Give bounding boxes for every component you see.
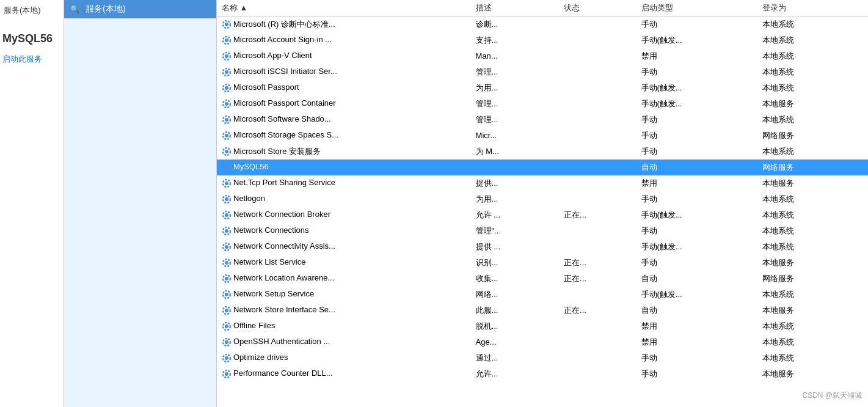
service-login-cell: 网络服务 xyxy=(757,160,868,175)
service-login-cell: 网络服务 xyxy=(757,128,868,144)
table-row[interactable]: Microsoft Storage Spaces S...Micr...手动网络… xyxy=(217,128,868,144)
middle-header-label: 服务(本地) xyxy=(86,4,125,15)
service-desc-cell: 通过... xyxy=(471,350,560,366)
service-name-cell: Microsoft (R) 诊断中心标准... xyxy=(217,16,471,32)
col-header-name[interactable]: 名称 ▲ xyxy=(217,0,471,16)
gear-icon xyxy=(222,194,232,203)
service-startup-cell: 自动 xyxy=(636,302,758,318)
col-header-login[interactable]: 登录为 xyxy=(757,0,868,16)
service-startup-cell: 手动(触发... xyxy=(636,207,758,223)
table-row[interactable]: Microsoft Account Sign-in ...支持...手动(触发.… xyxy=(217,32,868,48)
service-desc-cell: 为 M... xyxy=(471,144,560,160)
sidebar-title: 服务(本地) xyxy=(2,2,61,18)
service-desc-cell: 管理... xyxy=(471,96,560,112)
gear-icon xyxy=(222,273,232,282)
gear-icon xyxy=(222,321,232,330)
svg-point-37 xyxy=(225,309,228,312)
table-row[interactable]: Offline Files脱机...禁用本地系统 xyxy=(217,318,868,334)
table-row[interactable]: Optimize drives通过...手动本地系统 xyxy=(217,350,868,366)
service-status-cell xyxy=(559,318,636,334)
service-status-cell: 正在... xyxy=(559,207,636,223)
table-container[interactable]: 名称 ▲ 描述 状态 启动类型 登录为 Microsoft (R) 诊断中心标准… xyxy=(217,0,868,407)
service-login-cell: 本地系统 xyxy=(757,80,868,96)
service-login-cell: 本地系统 xyxy=(757,239,868,255)
service-desc-cell xyxy=(471,160,560,175)
gear-icon xyxy=(222,241,232,251)
start-service-link[interactable]: 启动此服务 xyxy=(2,53,61,66)
service-status-cell xyxy=(559,191,636,207)
sidebar: 服务(本地) MySQL56 启动此服务 xyxy=(0,0,64,407)
svg-point-29 xyxy=(225,245,228,249)
service-name-cell: Microsoft iSCSI Initiator Ser... xyxy=(217,64,471,80)
service-desc-cell: 网络... xyxy=(471,287,560,302)
table-row[interactable]: Net.Tcp Port Sharing Service提供...禁用本地服务 xyxy=(217,175,868,191)
table-row[interactable]: Performance Counter DLL...允许...手动本地服务 xyxy=(217,366,868,382)
svg-point-35 xyxy=(225,293,228,296)
service-startup-cell: 禁用 xyxy=(636,175,758,191)
col-header-status[interactable]: 状态 xyxy=(559,0,636,16)
table-row[interactable]: Network Store Interface Se...此服...正在...自… xyxy=(217,302,868,318)
service-desc-cell: 管理... xyxy=(471,64,560,80)
service-login-cell: 本地系统 xyxy=(757,112,868,128)
table-row[interactable]: Microsoft Passport Container管理...手动(触发..… xyxy=(217,96,868,112)
service-desc-cell: 提供... xyxy=(471,175,560,191)
svg-point-25 xyxy=(225,213,228,217)
svg-point-7 xyxy=(225,70,228,74)
service-name-cell: Microsoft Storage Spaces S... xyxy=(217,128,471,144)
service-startup-cell: 自动 xyxy=(636,160,758,175)
service-desc-cell: 识别... xyxy=(471,255,560,271)
service-startup-cell: 手动(触发... xyxy=(636,239,758,255)
svg-point-45 xyxy=(225,372,228,376)
svg-point-21 xyxy=(225,182,228,185)
service-desc-cell: Micr... xyxy=(471,128,560,144)
table-row[interactable]: Microsoft Passport为用...手动(触发...本地系统 xyxy=(217,80,868,96)
table-row[interactable]: Network Setup Service网络...手动(触发...本地系统 xyxy=(217,287,868,302)
table-row[interactable]: Network Connections管理"...手动本地系统 xyxy=(217,223,868,239)
service-startup-cell: 禁用 xyxy=(636,334,758,350)
col-header-startup[interactable]: 启动类型 xyxy=(636,0,758,16)
table-row[interactable]: Microsoft (R) 诊断中心标准...诊断...手动本地系统 xyxy=(217,16,868,32)
service-startup-cell: 禁用 xyxy=(636,318,758,334)
table-row[interactable]: OpenSSH Authentication ...Age...禁用本地系统 xyxy=(217,334,868,350)
service-status-cell xyxy=(559,223,636,239)
table-row[interactable]: Network Location Awarene...收集...正在...自动网… xyxy=(217,271,868,287)
service-desc-cell: 为用... xyxy=(471,80,560,96)
gear-icon xyxy=(222,289,232,298)
service-desc-cell: Age... xyxy=(471,334,560,350)
table-row[interactable]: Microsoft iSCSI Initiator Ser...管理...手动本… xyxy=(217,64,868,80)
gear-icon xyxy=(222,51,232,60)
service-startup-cell: 手动 xyxy=(636,144,758,160)
service-name-cell: Netlogon xyxy=(217,191,471,207)
service-name-cell: Optimize drives xyxy=(217,350,471,366)
gear-icon xyxy=(222,67,232,76)
table-row[interactable]: Microsoft App-V ClientMan...禁用本地系统 xyxy=(217,48,868,64)
service-desc-cell: 管理"... xyxy=(471,223,560,239)
table-row[interactable]: Microsoft Store 安装服务为 M...手动本地系统 xyxy=(217,144,868,160)
service-name-cell: Performance Counter DLL... xyxy=(217,366,471,382)
middle-panel: 🔍 服务(本地) xyxy=(64,0,217,407)
table-row[interactable]: Network Connectivity Assis...提供 ...手动(触发… xyxy=(217,239,868,255)
service-startup-cell: 手动 xyxy=(636,112,758,128)
svg-point-5 xyxy=(225,54,228,58)
selected-service-name: MySQL56 xyxy=(2,28,61,53)
service-name-cell: MySQL56 xyxy=(217,160,471,175)
table-row[interactable]: MySQL56自动网络服务 xyxy=(217,160,868,175)
service-startup-cell: 手动 xyxy=(636,255,758,271)
service-startup-cell: 手动 xyxy=(636,16,758,32)
gear-icon xyxy=(222,305,232,314)
service-status-cell xyxy=(559,32,636,48)
service-name-cell: Net.Tcp Port Sharing Service xyxy=(217,175,471,191)
svg-point-9 xyxy=(225,86,228,90)
table-row[interactable]: Network Connection Broker允许 ...正在...手动(触… xyxy=(217,207,868,223)
table-row[interactable]: Netlogon为用...手动本地系统 xyxy=(217,191,868,207)
service-status-cell xyxy=(559,175,636,191)
service-name-cell: Network Setup Service xyxy=(217,287,471,302)
service-login-cell: 本地服务 xyxy=(757,255,868,271)
table-row[interactable]: Microsoft Software Shado...管理...手动本地系统 xyxy=(217,112,868,128)
service-status-cell xyxy=(559,64,636,80)
table-row[interactable]: Network List Service识别...正在...手动本地服务 xyxy=(217,255,868,271)
service-login-cell: 本地系统 xyxy=(757,191,868,207)
service-status-cell xyxy=(559,16,636,32)
col-header-desc[interactable]: 描述 xyxy=(471,0,560,16)
service-status-cell xyxy=(559,350,636,366)
